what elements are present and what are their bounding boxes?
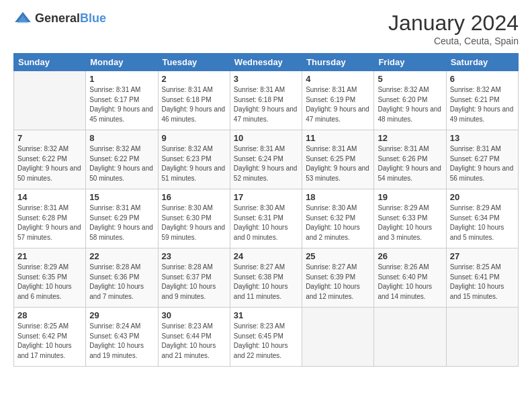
table-row: 31Sunrise: 8:23 AMSunset: 6:45 PMDayligh… bbox=[230, 308, 302, 367]
col-wednesday: Wednesday bbox=[230, 54, 302, 71]
calendar-week-row: 28Sunrise: 8:25 AMSunset: 6:42 PMDayligh… bbox=[14, 308, 519, 367]
day-info: Sunrise: 8:30 AMSunset: 6:31 PMDaylight:… bbox=[234, 203, 298, 242]
table-row: 21Sunrise: 8:29 AMSunset: 6:35 PMDayligh… bbox=[14, 248, 86, 308]
day-number: 9 bbox=[162, 133, 226, 143]
day-number: 24 bbox=[234, 251, 298, 261]
day-info: Sunrise: 8:28 AMSunset: 6:36 PMDaylight:… bbox=[89, 263, 154, 302]
day-info: Sunrise: 8:31 AMSunset: 6:18 PMDaylight:… bbox=[162, 85, 226, 124]
table-row: 16Sunrise: 8:30 AMSunset: 6:30 PMDayligh… bbox=[158, 189, 230, 248]
title-area: January 2024 Ceuta, Ceuta, Spain bbox=[388, 11, 519, 46]
table-row: 11Sunrise: 8:31 AMSunset: 6:25 PMDayligh… bbox=[302, 130, 374, 189]
calendar-table: Sunday Monday Tuesday Wednesday Thursday… bbox=[13, 53, 519, 367]
day-number: 21 bbox=[17, 251, 82, 261]
table-row: 12Sunrise: 8:31 AMSunset: 6:26 PMDayligh… bbox=[374, 130, 446, 189]
table-row: 13Sunrise: 8:31 AMSunset: 6:27 PMDayligh… bbox=[446, 130, 518, 189]
day-info: Sunrise: 8:25 AMSunset: 6:41 PMDaylight:… bbox=[450, 263, 515, 302]
table-row: 18Sunrise: 8:30 AMSunset: 6:32 PMDayligh… bbox=[302, 189, 374, 248]
calendar-week-row: 14Sunrise: 8:31 AMSunset: 6:28 PMDayligh… bbox=[14, 189, 519, 248]
day-info: Sunrise: 8:30 AMSunset: 6:30 PMDaylight:… bbox=[162, 203, 226, 242]
day-number: 4 bbox=[306, 74, 370, 84]
day-info: Sunrise: 8:32 AMSunset: 6:23 PMDaylight:… bbox=[162, 144, 226, 183]
day-number: 26 bbox=[378, 251, 442, 261]
table-row: 7Sunrise: 8:32 AMSunset: 6:22 PMDaylight… bbox=[14, 130, 86, 189]
table-row: 14Sunrise: 8:31 AMSunset: 6:28 PMDayligh… bbox=[14, 189, 86, 248]
logo-general: General bbox=[35, 11, 80, 25]
day-number: 23 bbox=[162, 251, 226, 261]
table-row: 9Sunrise: 8:32 AMSunset: 6:23 PMDaylight… bbox=[158, 130, 230, 189]
day-info: Sunrise: 8:31 AMSunset: 6:25 PMDaylight:… bbox=[306, 144, 370, 183]
day-number: 19 bbox=[378, 192, 442, 202]
table-row: 30Sunrise: 8:23 AMSunset: 6:44 PMDayligh… bbox=[158, 308, 230, 367]
table-row bbox=[374, 308, 446, 367]
calendar-week-row: 1Sunrise: 8:31 AMSunset: 6:17 PMDaylight… bbox=[14, 71, 519, 130]
day-info: Sunrise: 8:31 AMSunset: 6:28 PMDaylight:… bbox=[17, 203, 82, 242]
day-number: 25 bbox=[306, 251, 370, 261]
day-info: Sunrise: 8:31 AMSunset: 6:24 PMDaylight:… bbox=[234, 144, 298, 183]
logo-text: GeneralBlue bbox=[35, 11, 106, 26]
day-number: 8 bbox=[89, 133, 154, 143]
logo-icon bbox=[13, 11, 32, 26]
day-number: 14 bbox=[17, 192, 82, 202]
day-number: 6 bbox=[450, 74, 515, 84]
table-row: 6Sunrise: 8:32 AMSunset: 6:21 PMDaylight… bbox=[446, 71, 518, 130]
day-info: Sunrise: 8:28 AMSunset: 6:37 PMDaylight:… bbox=[162, 263, 226, 302]
table-row: 23Sunrise: 8:28 AMSunset: 6:37 PMDayligh… bbox=[158, 248, 230, 308]
table-row: 3Sunrise: 8:31 AMSunset: 6:18 PMDaylight… bbox=[230, 71, 302, 130]
day-info: Sunrise: 8:29 AMSunset: 6:35 PMDaylight:… bbox=[17, 263, 82, 302]
col-thursday: Thursday bbox=[302, 54, 374, 71]
day-number: 12 bbox=[378, 133, 442, 143]
logo: GeneralBlue bbox=[13, 11, 106, 26]
table-row: 5Sunrise: 8:32 AMSunset: 6:20 PMDaylight… bbox=[374, 71, 446, 130]
month-title: January 2024 bbox=[388, 11, 519, 36]
col-tuesday: Tuesday bbox=[158, 54, 230, 71]
day-info: Sunrise: 8:24 AMSunset: 6:43 PMDaylight:… bbox=[89, 322, 154, 361]
table-row: 29Sunrise: 8:24 AMSunset: 6:43 PMDayligh… bbox=[86, 308, 158, 367]
day-number: 16 bbox=[162, 192, 226, 202]
calendar-week-row: 7Sunrise: 8:32 AMSunset: 6:22 PMDaylight… bbox=[14, 130, 519, 189]
day-info: Sunrise: 8:31 AMSunset: 6:27 PMDaylight:… bbox=[450, 144, 515, 183]
table-row: 15Sunrise: 8:31 AMSunset: 6:29 PMDayligh… bbox=[86, 189, 158, 248]
day-number: 10 bbox=[234, 133, 298, 143]
table-row: 2Sunrise: 8:31 AMSunset: 6:18 PMDaylight… bbox=[158, 71, 230, 130]
table-row: 4Sunrise: 8:31 AMSunset: 6:19 PMDaylight… bbox=[302, 71, 374, 130]
day-number: 27 bbox=[450, 251, 515, 261]
table-row: 19Sunrise: 8:29 AMSunset: 6:33 PMDayligh… bbox=[374, 189, 446, 248]
day-info: Sunrise: 8:32 AMSunset: 6:21 PMDaylight:… bbox=[450, 85, 515, 124]
day-number: 31 bbox=[234, 310, 298, 320]
day-number: 18 bbox=[306, 192, 370, 202]
day-info: Sunrise: 8:32 AMSunset: 6:20 PMDaylight:… bbox=[378, 85, 442, 124]
day-number: 22 bbox=[89, 251, 154, 261]
day-number: 13 bbox=[450, 133, 515, 143]
day-number: 2 bbox=[162, 74, 226, 84]
table-row: 25Sunrise: 8:27 AMSunset: 6:39 PMDayligh… bbox=[302, 248, 374, 308]
day-info: Sunrise: 8:23 AMSunset: 6:45 PMDaylight:… bbox=[234, 322, 298, 361]
day-info: Sunrise: 8:23 AMSunset: 6:44 PMDaylight:… bbox=[162, 322, 226, 361]
table-row: 8Sunrise: 8:32 AMSunset: 6:22 PMDaylight… bbox=[86, 130, 158, 189]
day-number: 30 bbox=[162, 310, 226, 320]
table-row: 17Sunrise: 8:30 AMSunset: 6:31 PMDayligh… bbox=[230, 189, 302, 248]
table-row: 26Sunrise: 8:26 AMSunset: 6:40 PMDayligh… bbox=[374, 248, 446, 308]
day-info: Sunrise: 8:26 AMSunset: 6:40 PMDaylight:… bbox=[378, 263, 442, 302]
col-saturday: Saturday bbox=[446, 54, 518, 71]
day-number: 28 bbox=[17, 310, 82, 320]
day-info: Sunrise: 8:25 AMSunset: 6:42 PMDaylight:… bbox=[17, 322, 82, 361]
table-row: 10Sunrise: 8:31 AMSunset: 6:24 PMDayligh… bbox=[230, 130, 302, 189]
subtitle: Ceuta, Ceuta, Spain bbox=[388, 36, 519, 46]
day-info: Sunrise: 8:31 AMSunset: 6:17 PMDaylight:… bbox=[89, 85, 154, 124]
day-info: Sunrise: 8:31 AMSunset: 6:29 PMDaylight:… bbox=[89, 203, 154, 242]
calendar-header-row: Sunday Monday Tuesday Wednesday Thursday… bbox=[14, 54, 519, 71]
day-info: Sunrise: 8:29 AMSunset: 6:34 PMDaylight:… bbox=[450, 203, 515, 242]
day-info: Sunrise: 8:29 AMSunset: 6:33 PMDaylight:… bbox=[378, 203, 442, 242]
day-info: Sunrise: 8:27 AMSunset: 6:38 PMDaylight:… bbox=[234, 263, 298, 302]
page: GeneralBlue January 2024 Ceuta, Ceuta, S… bbox=[0, 0, 532, 411]
day-info: Sunrise: 8:31 AMSunset: 6:18 PMDaylight:… bbox=[234, 85, 298, 124]
day-info: Sunrise: 8:27 AMSunset: 6:39 PMDaylight:… bbox=[306, 263, 370, 302]
day-number: 20 bbox=[450, 192, 515, 202]
col-monday: Monday bbox=[86, 54, 158, 71]
day-number: 29 bbox=[89, 310, 154, 320]
day-number: 7 bbox=[17, 133, 82, 143]
table-row: 27Sunrise: 8:25 AMSunset: 6:41 PMDayligh… bbox=[446, 248, 518, 308]
table-row: 28Sunrise: 8:25 AMSunset: 6:42 PMDayligh… bbox=[14, 308, 86, 367]
day-info: Sunrise: 8:30 AMSunset: 6:32 PMDaylight:… bbox=[306, 203, 370, 242]
day-number: 5 bbox=[378, 74, 442, 84]
